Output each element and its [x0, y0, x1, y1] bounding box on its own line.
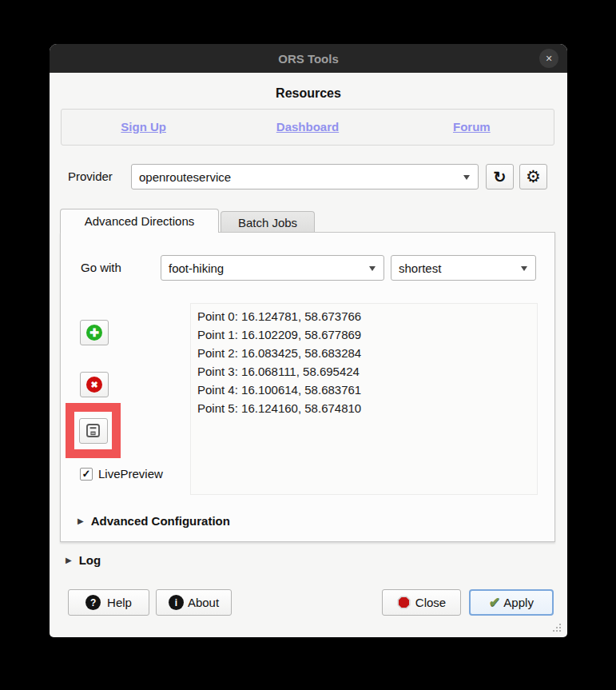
window-close-button[interactable]: ✕ — [539, 49, 558, 68]
add-icon: ✚ — [86, 325, 102, 341]
tab-label: Advanced Directions — [85, 214, 195, 228]
provider-combobox[interactable]: openrouteservice — [131, 164, 479, 189]
advanced-configuration-toggle[interactable]: ▶ Advanced Configuration — [77, 514, 230, 528]
resources-heading: Resources — [50, 86, 567, 101]
log-label: Log — [79, 553, 101, 567]
live-preview-row: ✓ LivePreview — [80, 467, 163, 481]
collapsed-arrow-icon: ▶ — [66, 556, 72, 564]
dashboard-cell: Dashboard — [225, 120, 389, 134]
apply-check-icon: ✔ — [489, 594, 500, 611]
save-icon — [85, 423, 101, 438]
remove-point-button[interactable]: ✖ — [80, 372, 109, 397]
signup-link[interactable]: Sign Up — [121, 120, 166, 134]
point-row[interactable]: Point 4: 16.100614, 58.683761 — [197, 381, 531, 399]
save-button-highlight — [66, 403, 121, 458]
delete-icon: ✖ — [86, 377, 102, 393]
forum-link[interactable]: Forum — [453, 120, 491, 134]
apply-button[interactable]: ✔ Apply — [469, 589, 554, 616]
collapsed-arrow-icon: ▶ — [77, 517, 84, 525]
stop-icon — [397, 596, 411, 609]
help-label: Help — [107, 596, 132, 609]
chevron-down-icon — [369, 266, 376, 271]
screen-background: ORS Tools ✕ Resources Sign Up Dashboard … — [0, 0, 616, 690]
advanced-directions-panel: Go with foot-hiking shortest ✚ ✖ — [60, 232, 555, 542]
tab-label: Batch Jobs — [238, 216, 297, 229]
advanced-configuration-label: Advanced Configuration — [91, 514, 230, 528]
preference-value: shortest — [399, 261, 441, 275]
travel-profile-value: foot-hiking — [169, 261, 224, 275]
about-label: About — [188, 596, 219, 609]
checkmark-icon: ✓ — [82, 468, 91, 480]
provider-label: Provider — [68, 164, 113, 189]
titlebar[interactable]: ORS Tools ✕ — [50, 44, 567, 73]
refresh-providers-button[interactable]: ↻ — [486, 164, 514, 189]
gear-icon: ⚙ — [526, 167, 541, 186]
about-button[interactable]: i About — [156, 589, 232, 616]
refresh-icon: ↻ — [494, 168, 507, 186]
tab-batch-jobs[interactable]: Batch Jobs — [221, 211, 315, 233]
info-icon: i — [169, 595, 184, 610]
resize-grip[interactable] — [551, 623, 562, 633]
live-preview-label: LivePreview — [98, 467, 163, 481]
help-icon: ? — [85, 595, 101, 610]
log-toggle[interactable]: ▶ Log — [66, 553, 101, 567]
apply-label: Apply — [503, 596, 534, 609]
point-row[interactable]: Point 5: 16.124160, 58.674810 — [197, 399, 531, 417]
live-preview-checkbox[interactable]: ✓ — [80, 468, 93, 481]
close-label: Close — [415, 596, 446, 609]
point-row[interactable]: Point 0: 16.124781, 58.673766 — [197, 307, 531, 325]
dashboard-link[interactable]: Dashboard — [276, 120, 339, 134]
provider-value: openrouteservice — [139, 170, 231, 184]
point-row[interactable]: Point 1: 16.102209, 58.677869 — [197, 325, 531, 344]
resources-groupbox: Sign Up Dashboard Forum — [61, 109, 554, 146]
add-point-button[interactable]: ✚ — [80, 320, 109, 345]
provider-settings-button[interactable]: ⚙ — [519, 164, 547, 189]
close-button[interactable]: Close — [382, 589, 461, 616]
point-row[interactable]: Point 3: 16.068111, 58.695424 — [197, 362, 531, 381]
ors-tools-dialog: ORS Tools ✕ Resources Sign Up Dashboard … — [50, 44, 567, 637]
tab-advanced-directions[interactable]: Advanced Directions — [60, 209, 219, 233]
point-row[interactable]: Point 2: 16.083425, 58.683284 — [197, 344, 531, 362]
chevron-down-icon — [463, 175, 470, 180]
points-list[interactable]: Point 0: 16.124781, 58.673766 Point 1: 1… — [190, 303, 538, 495]
save-vertices-button[interactable] — [79, 418, 108, 444]
chevron-down-icon — [521, 266, 527, 271]
go-with-label: Go with — [81, 255, 121, 281]
forum-cell: Forum — [390, 120, 554, 134]
close-icon: ✕ — [545, 54, 552, 63]
help-button[interactable]: ? Help — [68, 589, 149, 616]
window-title: ORS Tools — [278, 52, 339, 66]
travel-profile-combobox[interactable]: foot-hiking — [161, 255, 384, 281]
preference-combobox[interactable]: shortest — [391, 255, 536, 281]
signup-cell: Sign Up — [62, 120, 225, 134]
